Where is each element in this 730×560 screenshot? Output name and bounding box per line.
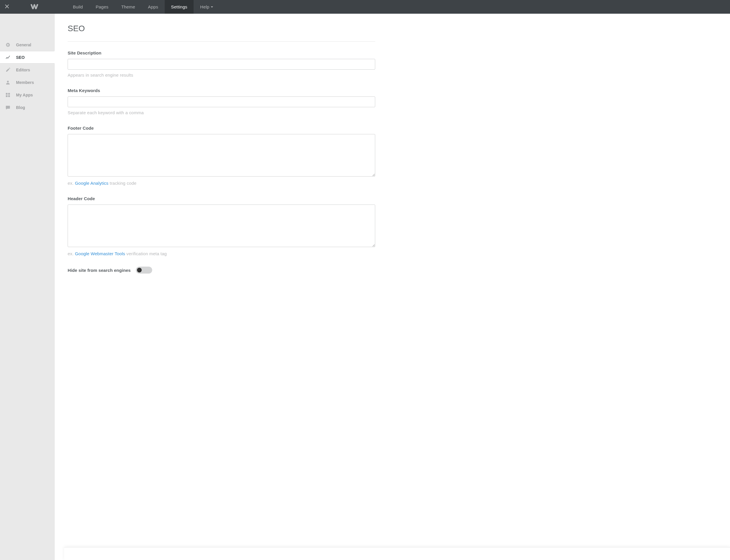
sidebar-item-editors[interactable]: Editors — [0, 64, 54, 76]
sidebar-item-label: General — [16, 43, 31, 47]
topnav-item-pages[interactable]: Pages — [89, 0, 115, 14]
hide-site-toggle[interactable] — [136, 267, 152, 274]
topnav-item-theme[interactable]: Theme — [115, 0, 142, 14]
footer-code-textarea[interactable] — [68, 134, 375, 177]
topnav-item-apps[interactable]: Apps — [142, 0, 165, 14]
field-hint: Appears in search engine results — [68, 73, 375, 78]
close-icon — [5, 4, 9, 10]
divider — [68, 41, 375, 42]
meta-keywords-input[interactable] — [68, 96, 375, 107]
hint-link-google-analytics[interactable]: Google Analytics — [75, 181, 108, 186]
top-nav: Build Pages Theme Apps Settings Help — [66, 0, 219, 14]
pencil-icon — [5, 67, 11, 73]
sidebar-item-label: SEO — [16, 55, 25, 60]
sidebar-item-label: My Apps — [16, 93, 33, 97]
hint-text: ex. — [68, 251, 75, 256]
field-hint: Separate each keyword with a comma — [68, 110, 375, 115]
topnav-item-help[interactable]: Help — [193, 0, 219, 14]
chevron-down-icon — [211, 6, 213, 8]
main-content: SEO Site Description Appears in search e… — [54, 14, 730, 560]
field-hide-site: Hide site from search engines — [68, 267, 375, 274]
comment-icon — [5, 104, 11, 111]
header-code-textarea[interactable] — [68, 205, 375, 247]
topnav-label: Apps — [148, 4, 158, 9]
topbar-left — [0, 0, 55, 14]
weebly-logo-icon — [31, 3, 38, 11]
topnav-item-build[interactable]: Build — [66, 0, 89, 14]
topnav-label: Settings — [171, 4, 187, 9]
sidebar-item-blog[interactable]: Blog — [0, 101, 54, 114]
hint-link-google-webmaster-tools[interactable]: Google Webmaster Tools — [75, 251, 125, 256]
settings-sidebar: General SEO Editors Members My Apps — [0, 14, 54, 560]
field-label: Hide site from search engines — [68, 268, 131, 273]
topnav-item-settings[interactable]: Settings — [165, 0, 194, 14]
svg-rect-2 — [6, 93, 8, 95]
svg-rect-3 — [8, 93, 10, 95]
sidebar-item-label: Blog — [16, 105, 25, 110]
topnav-label: Pages — [96, 4, 108, 9]
field-site-description: Site Description Appears in search engin… — [68, 50, 375, 78]
gear-icon — [5, 42, 11, 48]
sidebar-item-label: Members — [16, 80, 34, 85]
field-label: Meta Keywords — [68, 88, 375, 93]
svg-rect-5 — [8, 95, 10, 97]
sidebar-item-label: Editors — [16, 68, 30, 72]
field-hint: ex. Google Analytics tracking code — [68, 181, 375, 186]
svg-rect-4 — [6, 95, 8, 97]
topnav-label: Help — [200, 4, 209, 9]
sidebar-item-members[interactable]: Members — [0, 76, 54, 89]
sidebar-item-general[interactable]: General — [0, 38, 54, 51]
field-label: Footer Code — [68, 126, 375, 131]
close-button[interactable] — [0, 4, 14, 10]
trending-icon — [5, 54, 11, 61]
field-label: Header Code — [68, 196, 375, 201]
user-icon — [5, 79, 11, 86]
top-bar: Build Pages Theme Apps Settings Help — [0, 0, 730, 14]
field-footer-code: Footer Code ex. Google Analytics trackin… — [68, 126, 375, 186]
grid-icon — [5, 92, 11, 98]
field-meta-keywords: Meta Keywords Separate each keyword with… — [68, 88, 375, 115]
hint-text: verification meta tag — [125, 251, 167, 256]
field-hint: ex. Google Webmaster Tools verification … — [68, 251, 375, 256]
site-description-input[interactable] — [68, 59, 375, 70]
brand-logo[interactable] — [14, 3, 55, 11]
field-label: Site Description — [68, 50, 375, 55]
bottom-panel — [64, 547, 730, 560]
field-header-code: Header Code ex. Google Webmaster Tools v… — [68, 196, 375, 256]
topnav-label: Build — [73, 4, 83, 9]
sidebar-item-my-apps[interactable]: My Apps — [0, 89, 54, 101]
hint-text: ex. — [68, 181, 75, 186]
hint-text: tracking code — [108, 181, 136, 186]
toggle-knob — [137, 268, 142, 272]
topnav-label: Theme — [121, 4, 135, 9]
sidebar-item-seo[interactable]: SEO — [0, 51, 54, 64]
page-title: SEO — [68, 24, 375, 33]
